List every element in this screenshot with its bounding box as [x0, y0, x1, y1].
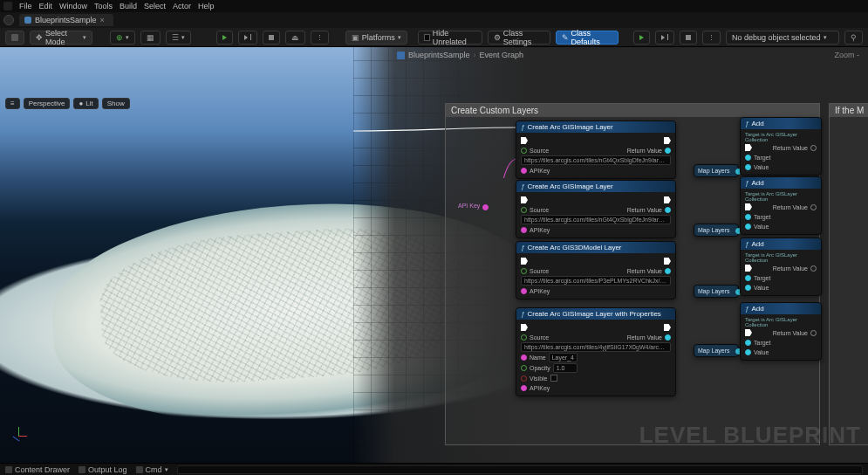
menu-build[interactable]: Build [120, 2, 137, 10]
node-add-2[interactable]: Add Target is Arc GISLayer Collection Re… [740, 176, 822, 235]
node-add-1[interactable]: Add Target is Arc GISLayer Collection Re… [740, 117, 822, 176]
reroute-label: API Key [458, 203, 480, 209]
select-mode-button[interactable]: ✥ Select Mode ▾ [30, 31, 92, 45]
var-map-layers-2[interactable]: Map Layers [694, 224, 739, 237]
select-mode-label: Select Mode [45, 29, 80, 46]
menu-help[interactable]: Help [198, 2, 215, 10]
chevron-down-icon: ▾ [83, 34, 86, 41]
axis-gizmo-icon [9, 426, 28, 445]
breadcrumb-graph[interactable]: Event Graph [480, 51, 524, 59]
var-map-layers-3[interactable]: Map Layers [694, 285, 739, 298]
menu-edit[interactable]: Edit [39, 2, 53, 10]
menu-tools[interactable]: Tools [94, 2, 113, 10]
source-pin[interactable] [521, 148, 527, 154]
breadcrumb[interactable]: BlueprintsSample › Event Graph [397, 51, 523, 59]
save-button[interactable] [5, 31, 24, 45]
ue-logo-icon [3, 2, 12, 10]
perspective-button[interactable]: Perspective [24, 98, 71, 109]
breadcrumb-root[interactable]: BlueprintsSample [408, 51, 470, 59]
cmd-input[interactable] [177, 465, 863, 474]
marketplace-button[interactable]: ▦ [140, 31, 161, 45]
exec-out-pin[interactable] [664, 137, 671, 144]
class-settings-button[interactable]: Class Settings [488, 31, 550, 45]
save-icon [11, 34, 18, 41]
source-input[interactable]: https://tiles.arcgis.com/tiles/nGt4QxSbl… [521, 155, 671, 165]
menu-actor[interactable]: Actor [173, 2, 191, 10]
var-map-layers-4[interactable]: Map Layers [694, 344, 739, 357]
comment-if-map[interactable]: If the M [829, 103, 868, 445]
node-title: Create Arc GISImage Layer [527, 182, 612, 190]
gear-icon [494, 33, 501, 42]
menu-select[interactable]: Select [144, 2, 166, 10]
content-drawer-button[interactable]: Content Drawer [5, 465, 70, 474]
var-map-layers-1[interactable]: Map Layers [694, 164, 739, 177]
output-log-button[interactable]: Output Log [79, 465, 127, 474]
bp-stop-button[interactable] [680, 31, 697, 45]
function-icon [521, 123, 524, 131]
close-icon[interactable]: × [100, 16, 105, 24]
node-create-image-layer-1[interactable]: Create Arc GISImage Layer Source Return … [516, 120, 676, 179]
play-button[interactable] [216, 31, 233, 45]
reroute-apikey[interactable]: API Key [482, 204, 491, 213]
node-add-3[interactable]: Add Target is Arc GISLayer Collection Re… [740, 238, 822, 296]
platforms-button[interactable]: ▣ Platforms ▾ [345, 31, 407, 45]
hide-label: Hide Unrelated [433, 29, 476, 46]
blueprint-graph[interactable]: BlueprintsSample › Event Graph Zoom - Cr… [353, 47, 868, 463]
map-tab-icon [24, 17, 31, 24]
tab-row: BlueprintsSample × [0, 12, 868, 28]
settings-label: Class Settings [503, 29, 544, 46]
node-add-4[interactable]: Add Target is Arc GISLayer Collection Re… [740, 302, 822, 361]
bp-skip-button[interactable] [655, 31, 674, 45]
comment-title: Create Custom Layers [446, 104, 819, 117]
ue-shield-icon[interactable] [3, 15, 14, 25]
name-input[interactable]: Layer_4 [549, 353, 578, 362]
platforms-label: Platforms [362, 33, 395, 42]
bp-options[interactable]: ⋮ [702, 31, 721, 45]
viewport-menu[interactable]: ≡ [5, 98, 20, 109]
comment-title: If the M [830, 104, 868, 117]
exec-in-pin[interactable] [521, 137, 528, 144]
return-pin[interactable] [665, 148, 671, 154]
node-create-image-layer-props[interactable]: Create Arc GISImage Layer with Propertie… [516, 307, 676, 396]
node-create-3dmodel-layer[interactable]: Create Arc GIS3DModel Layer Source Retur… [516, 241, 676, 299]
apikey-pin[interactable] [521, 168, 527, 174]
debug-object-selector[interactable]: No debug object selected ▾ [726, 31, 839, 45]
add-button[interactable]: ⊕▾ [110, 31, 135, 45]
tab-label: BlueprintsSample [35, 16, 97, 24]
find-button[interactable]: ⚲ [844, 31, 863, 45]
node-create-image-layer-2[interactable]: Create Arc GISImage Layer Source Return … [516, 180, 676, 238]
blueprint-icon [397, 52, 405, 59]
defaults-label: Class Defaults [571, 29, 612, 46]
drawer-icon [5, 466, 12, 473]
zoom-indicator: Zoom - [834, 51, 859, 59]
visible-checkbox[interactable] [550, 375, 557, 382]
show-button[interactable]: Show [102, 98, 130, 109]
debug-label: No debug object selected [732, 33, 821, 42]
checkbox-icon [424, 34, 430, 41]
skip-button[interactable] [238, 31, 257, 45]
bp-play-button[interactable] [633, 31, 650, 45]
graph-watermark: LEVEL BLUEPRINT [639, 422, 861, 449]
node-title: Create Arc GISImage Layer [527, 123, 612, 131]
opacity-input[interactable]: 1.0 [553, 363, 578, 373]
menu-window[interactable]: Window [59, 2, 87, 10]
menu-file[interactable]: File [19, 2, 32, 10]
lit-button[interactable]: ● Lit [73, 98, 98, 109]
cmd-selector[interactable]: Cmd▾ [136, 465, 168, 474]
class-defaults-button[interactable]: ✎ Class Defaults [556, 31, 619, 45]
tab-map[interactable]: BlueprintsSample × [19, 14, 113, 26]
play-icon [222, 35, 227, 40]
hide-unrelated-button[interactable]: Hide Unrelated [418, 31, 482, 45]
bottom-bar: Content Drawer Output Log Cmd▾ [0, 463, 868, 475]
node-title: Create Arc GISImage Layer with Propertie… [527, 310, 660, 318]
sequencer-button[interactable]: ☰▾ [166, 31, 191, 45]
play-options[interactable]: ⋮ [311, 31, 329, 45]
log-icon [79, 466, 85, 473]
eject-button[interactable]: ⏏ [285, 31, 305, 45]
toolbar: ✥ Select Mode ▾ ⊕▾ ▦ ☰▾ ⏏ ⋮ ▣ Platforms … [0, 28, 868, 47]
menu-bar: File Edit Window Tools Build Select Acto… [0, 0, 868, 12]
stop-button[interactable] [263, 31, 280, 45]
node-title: Create Arc GIS3DModel Layer [527, 244, 621, 251]
